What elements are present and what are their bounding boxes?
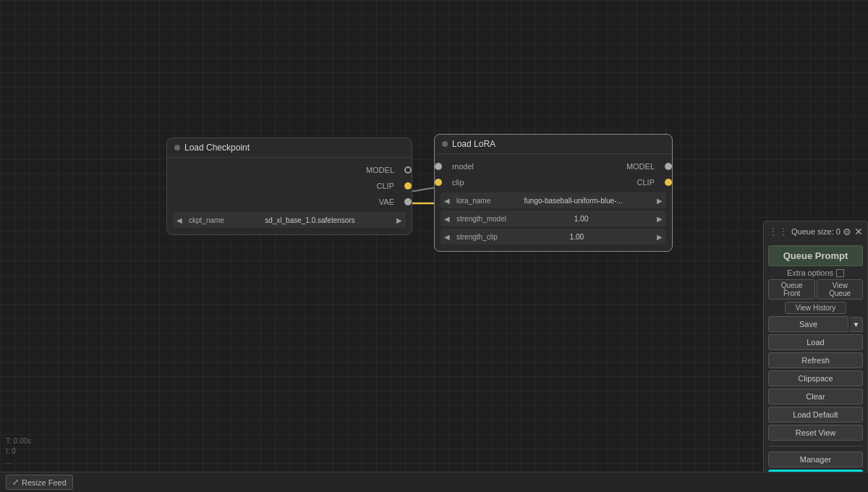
status-line2: I: 0 — [6, 446, 31, 457]
load-checkpoint-node: Load Checkpoint MODEL CLIP VAE ◀ ckpt_na… — [166, 137, 412, 235]
panel-divider — [768, 446, 863, 446]
queue-size-label: Queue size: 0 — [791, 227, 841, 236]
load-default-button[interactable]: Load Default — [768, 407, 863, 423]
refresh-button[interactable]: Refresh — [768, 352, 863, 368]
panel-icons-group: ⚙ ✕ — [843, 226, 863, 237]
lora-model-output-label: MODEL — [474, 162, 659, 171]
clear-button[interactable]: Clear — [768, 389, 863, 404]
ckptname-arrow-left[interactable]: ◀ — [173, 212, 186, 228]
lora-clip-row: clip CLIP — [435, 174, 672, 190]
strength-clip-arrow-right[interactable]: ▶ — [653, 229, 666, 245]
view-queue-button[interactable]: View Queue — [817, 279, 863, 300]
status-time: T: 0.00s — [6, 436, 31, 446]
strength-model-arrow-right[interactable]: ▶ — [653, 211, 666, 226]
checkpoint-model-connector[interactable] — [404, 166, 412, 174]
view-history-row: View History — [768, 302, 863, 314]
clipspace-button[interactable]: Clipspace — [768, 370, 863, 386]
ckptname-widget-value: sd_xl_base_1.0.safetensors — [227, 216, 393, 224]
checkpoint-clip-connector[interactable] — [404, 182, 412, 190]
ckptname-arrow-right[interactable]: ▶ — [393, 212, 406, 228]
extra-options-checkbox[interactable] — [836, 269, 844, 277]
bottom-bar: ⤢ Resize Feed — [0, 472, 868, 492]
panel-header: ⋮⋮ Queue size: 0 ⚙ ✕ — [768, 226, 863, 240]
save-button[interactable]: Save — [768, 316, 848, 332]
checkpoint-ckptname-widget[interactable]: ◀ ckpt_name sd_xl_base_1.0.safetensors ▶ — [173, 212, 406, 228]
strength-model-label: strength_model — [454, 215, 509, 223]
lora-model-input-connector[interactable] — [435, 163, 442, 170]
queue-prompt-button[interactable]: Queue Prompt — [768, 245, 863, 266]
checkpoint-vae-connector[interactable] — [404, 198, 412, 205]
resize-feed-icon: ⤢ — [12, 478, 19, 487]
save-arrow-button[interactable]: ▼ — [850, 317, 863, 332]
sub-btns-row: Queue Front View Queue — [768, 279, 863, 300]
lora-name-widget[interactable]: ◀ lora_name fungo-baseball-uniform-blue-… — [441, 192, 666, 208]
load-checkpoint-title: Load Checkpoint — [167, 138, 412, 158]
strength-model-arrow-left[interactable]: ◀ — [441, 211, 454, 226]
load-lora-title: Load LoRA — [435, 135, 672, 154]
close-icon[interactable]: ✕ — [854, 226, 863, 237]
checkpoint-clip-row: CLIP — [167, 178, 412, 194]
lora-strength-model-widget[interactable]: ◀ strength_model 1.00 ▶ — [441, 211, 666, 226]
extra-options-row: Extra options — [768, 268, 863, 277]
checkpoint-title-dot — [174, 145, 180, 150]
lora-clip-input-connector[interactable] — [435, 179, 442, 186]
checkpoint-title-label: Load Checkpoint — [184, 143, 250, 153]
loraname-widget-label: lora_name — [454, 197, 493, 205]
lora-title-dot — [442, 141, 448, 147]
lora-strength-clip-widget[interactable]: ◀ strength_clip 1.00 ▶ — [441, 229, 666, 245]
manager-button[interactable]: Manager — [768, 451, 863, 467]
status-area: T: 0.00s I: 0 ... — [6, 436, 31, 467]
strength-model-value: 1.00 — [509, 215, 653, 223]
save-row: Save ▼ — [768, 316, 863, 332]
checkpoint-model-label: MODEL — [173, 166, 399, 174]
strength-clip-value: 1.00 — [501, 233, 653, 241]
panel-drag-handle[interactable]: ⋮⋮ Queue size: 0 — [768, 226, 841, 237]
checkpoint-clip-label: CLIP — [173, 182, 399, 190]
lora-clip-input-label: clip — [452, 178, 464, 187]
strength-clip-arrow-left[interactable]: ◀ — [441, 229, 454, 245]
loraname-widget-value: fungo-baseball-uniform-blue-... — [493, 197, 653, 205]
checkpoint-vae-row: VAE — [167, 194, 412, 210]
lora-clip-output-connector[interactable] — [665, 179, 672, 186]
loraname-arrow-right[interactable]: ▶ — [653, 192, 666, 208]
checkpoint-model-row: MODEL — [167, 162, 412, 178]
strength-clip-label: strength_clip — [454, 233, 501, 241]
lora-title-label: Load LoRA — [452, 139, 495, 149]
ckptname-widget-label: ckpt_name — [186, 216, 227, 224]
settings-icon[interactable]: ⚙ — [843, 226, 851, 237]
resize-feed-button[interactable]: ⤢ Resize Feed — [6, 475, 73, 490]
lora-model-output-connector[interactable] — [665, 163, 672, 170]
checkpoint-vae-label: VAE — [173, 198, 399, 206]
checkpoint-body: MODEL CLIP VAE ◀ ckpt_name sd_xl_base_1.… — [167, 158, 412, 234]
view-history-button[interactable]: View History — [785, 302, 846, 314]
queue-front-button[interactable]: Queue Front — [768, 279, 815, 300]
lora-clip-output-label: CLIP — [464, 178, 659, 187]
reset-view-button[interactable]: Reset View — [768, 425, 863, 441]
extra-options-label: Extra options — [787, 268, 833, 277]
resize-feed-label: Resize Feed — [22, 478, 67, 487]
loraname-arrow-left[interactable]: ◀ — [441, 192, 454, 208]
status-line3: ... — [6, 457, 31, 467]
load-button[interactable]: Load — [768, 334, 863, 350]
lora-body: model MODEL clip CLIP ◀ lora_name fungo-… — [435, 154, 672, 251]
lora-model-row: model MODEL — [435, 158, 672, 174]
side-panel: ⋮⋮ Queue size: 0 ⚙ ✕ Queue Prompt Extra … — [763, 221, 868, 492]
drag-dots-icon: ⋮⋮ — [768, 226, 788, 237]
load-lora-node: Load LoRA model MODEL clip CLIP ◀ lora_n… — [434, 134, 673, 252]
lora-model-input-label: model — [452, 162, 474, 171]
